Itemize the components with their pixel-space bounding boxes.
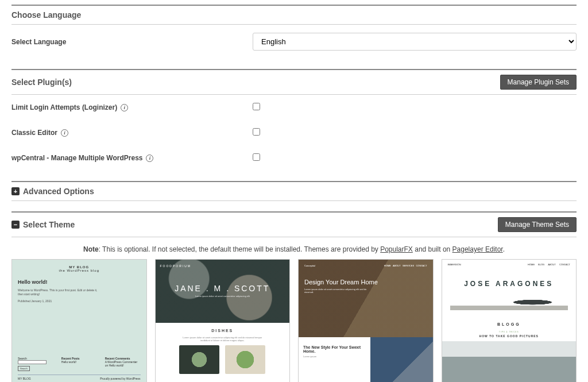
choose-language-section: Choose Language Select Language English [11,5,577,59]
theme-preview: FOODPORIUM JANE . M . SCOTT Lorem ipsum … [156,260,290,382]
choose-language-title: Choose Language [11,10,81,20]
theme-card-foodporium[interactable]: FOODPORIUM JANE . M . SCOTT Lorem ipsum … [155,259,291,382]
advanced-options-header[interactable]: + Advanced Options [11,181,577,201]
select-theme-title: Select Theme [23,220,75,229]
plugin-label: Limit Login Attempts (Loginizer) [11,103,117,111]
theme-note: Note: This is optional. If not selected,… [11,245,577,253]
pagelayer-link[interactable]: Pagelayer Editor [452,245,503,253]
themes-grid: MY BLOG the WordPress blog Hello world! … [11,259,577,382]
select-plugins-title: Select Plugin(s) [11,78,72,87]
plugin-checkbox-classic-editor[interactable] [253,128,260,136]
theme-preview: IMMERSION HOME BLOG ABOUT CONTACT JOSE A… [442,260,577,382]
plugin-label: Classic Editor [11,129,57,137]
select-plugins-header: Select Plugin(s) Manage Plugin Sets [11,69,577,95]
language-label: Select Language [11,38,253,46]
select-theme-section: − Select Theme Manage Theme Sets Note: T… [11,211,577,382]
theme-preview: MY BLOG the WordPress blog Hello world! … [12,260,146,382]
plugin-row-wpcentral: wpCentral - Manage Multiple WordPress i [11,145,577,171]
info-icon[interactable]: i [61,129,68,137]
language-select[interactable]: English [253,33,577,51]
info-icon[interactable]: i [121,104,128,111]
select-plugins-section: Select Plugin(s) Manage Plugin Sets Limi… [11,69,577,171]
advanced-options-section: + Advanced Options [11,181,577,201]
language-row: Select Language English [11,25,577,59]
plugin-checkbox-wpcentral[interactable] [253,153,260,161]
advanced-options-title: Advanced Options [23,187,94,196]
theme-card-conceptial[interactable]: Conceptial HOME ABOUT SERVICES CONTACT D… [298,259,434,382]
theme-preview: Conceptial HOME ABOUT SERVICES CONTACT D… [299,260,433,382]
manage-theme-sets-button[interactable]: Manage Theme Sets [498,217,577,232]
info-icon[interactable]: i [146,155,153,162]
manage-plugin-sets-button[interactable]: Manage Plugin Sets [500,75,577,90]
plugin-label: wpCentral - Manage Multiple WordPress [11,154,142,162]
minus-icon: − [11,221,20,229]
choose-language-header: Choose Language [11,5,577,25]
plus-icon: + [11,187,20,195]
popularfx-link[interactable]: PopularFX [380,245,413,253]
theme-card-immersion[interactable]: IMMERSION HOME BLOG ABOUT CONTACT JOSE A… [442,259,577,382]
select-theme-header[interactable]: − Select Theme Manage Theme Sets [11,211,577,237]
plugin-checkbox-loginizer[interactable] [253,103,260,110]
plugin-row-loginizer: Limit Login Attempts (Loginizer) i [11,95,577,120]
theme-card-twenty-twenty-one[interactable]: MY BLOG the WordPress blog Hello world! … [11,259,147,382]
plugin-row-classic-editor: Classic Editor i [11,120,577,145]
